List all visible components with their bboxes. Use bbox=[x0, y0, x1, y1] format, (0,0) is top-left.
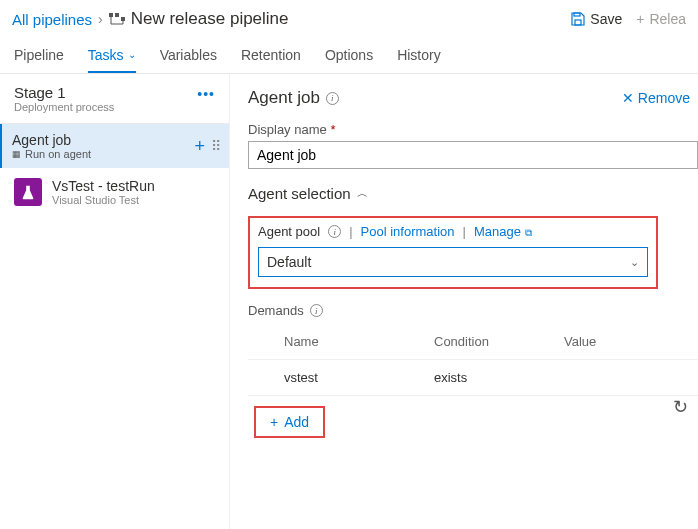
demands-table: Name Condition Value vstest exists bbox=[248, 324, 698, 396]
info-icon[interactable]: i bbox=[326, 92, 339, 105]
breadcrumb-separator: › bbox=[98, 11, 103, 27]
flask-icon bbox=[14, 178, 42, 206]
demands-table-header: Name Condition Value bbox=[248, 324, 698, 360]
agent-job-title: Agent job bbox=[12, 132, 91, 148]
svg-rect-2 bbox=[121, 17, 125, 21]
breadcrumb-root-link[interactable]: All pipelines bbox=[12, 11, 92, 28]
tab-bar: Pipeline Tasks ⌄ Variables Retention Opt… bbox=[0, 38, 698, 74]
task-title: VsTest - testRun bbox=[52, 178, 155, 194]
add-label: Add bbox=[284, 414, 309, 430]
top-bar: All pipelines › New release pipeline Sav… bbox=[0, 0, 698, 38]
chevron-down-icon: ⌄ bbox=[630, 256, 639, 269]
agent-job-subtitle: ▦ Run on agent bbox=[12, 148, 91, 160]
detail-pane: Agent job i ✕ Remove Display name * Agen… bbox=[230, 74, 698, 529]
col-condition: Condition bbox=[434, 334, 564, 349]
agent-selection-header[interactable]: Agent selection ︿ bbox=[248, 185, 698, 202]
breadcrumb: All pipelines › New release pipeline bbox=[12, 9, 571, 29]
cell-condition: exists bbox=[434, 370, 564, 385]
save-button[interactable]: Save bbox=[571, 11, 622, 27]
col-name: Name bbox=[284, 334, 434, 349]
save-label: Save bbox=[590, 11, 622, 27]
svg-rect-0 bbox=[109, 13, 113, 17]
cell-name: vstest bbox=[284, 370, 434, 385]
agent-pool-label: Agent pool bbox=[258, 224, 320, 239]
tab-retention[interactable]: Retention bbox=[241, 38, 301, 73]
plus-small-icon: + bbox=[636, 11, 644, 27]
close-icon: ✕ bbox=[622, 90, 634, 106]
col-value: Value bbox=[564, 334, 684, 349]
task-subtitle: Visual Studio Test bbox=[52, 194, 155, 206]
plus-icon: + bbox=[270, 414, 278, 430]
remove-label: Remove bbox=[638, 90, 690, 106]
stage-header: Stage 1 Deployment process ••• bbox=[0, 74, 229, 124]
left-pane: Stage 1 Deployment process ••• Agent job… bbox=[0, 74, 230, 529]
agent-pool-highlight: Agent pool i | Pool information | Manage… bbox=[248, 216, 658, 289]
chevron-up-icon: ︿ bbox=[357, 186, 368, 201]
stage-subtitle: Deployment process bbox=[14, 101, 114, 113]
tab-options[interactable]: Options bbox=[325, 38, 373, 73]
cell-value bbox=[564, 370, 684, 385]
save-icon bbox=[571, 12, 585, 26]
agent-job-row[interactable]: Agent job ▦ Run on agent + ⠿ bbox=[0, 124, 229, 168]
tab-history[interactable]: History bbox=[397, 38, 441, 73]
server-icon: ▦ bbox=[12, 149, 21, 159]
demands-table-row[interactable]: vstest exists bbox=[248, 360, 698, 396]
svg-rect-4 bbox=[574, 13, 580, 16]
info-icon[interactable]: i bbox=[310, 304, 323, 317]
release-label: Relea bbox=[649, 11, 686, 27]
detail-title-text: Agent job bbox=[248, 88, 320, 108]
add-demand-button[interactable]: + Add bbox=[254, 406, 325, 438]
agent-pool-value: Default bbox=[267, 254, 311, 270]
main-content: Stage 1 Deployment process ••• Agent job… bbox=[0, 74, 698, 529]
tab-tasks[interactable]: Tasks ⌄ bbox=[88, 38, 136, 73]
breadcrumb-title: New release pipeline bbox=[131, 9, 289, 29]
refresh-button[interactable]: ↻ bbox=[673, 396, 688, 418]
tab-tasks-label: Tasks bbox=[88, 47, 124, 63]
top-actions: Save + Relea bbox=[571, 11, 686, 27]
pool-information-link[interactable]: Pool information bbox=[361, 224, 455, 239]
tab-variables[interactable]: Variables bbox=[160, 38, 217, 73]
display-name-label: Display name * bbox=[248, 122, 698, 137]
agent-pool-row: Agent pool i | Pool information | Manage… bbox=[258, 224, 648, 239]
external-link-icon: ⧉ bbox=[525, 227, 532, 238]
pipeline-icon bbox=[109, 11, 125, 27]
add-task-button[interactable]: + bbox=[194, 136, 205, 157]
tab-pipeline[interactable]: Pipeline bbox=[14, 38, 64, 73]
display-name-input[interactable] bbox=[248, 141, 698, 169]
release-button[interactable]: + Relea bbox=[636, 11, 686, 27]
svg-rect-1 bbox=[115, 13, 119, 17]
chevron-down-icon: ⌄ bbox=[128, 49, 136, 60]
task-row-vstest[interactable]: VsTest - testRun Visual Studio Test bbox=[0, 168, 229, 216]
detail-header: Agent job i ✕ Remove bbox=[248, 88, 698, 108]
remove-button[interactable]: ✕ Remove bbox=[622, 90, 690, 106]
manage-link[interactable]: Manage ⧉ bbox=[474, 224, 532, 239]
info-icon[interactable]: i bbox=[328, 225, 341, 238]
svg-rect-3 bbox=[575, 20, 581, 25]
drag-handle-icon[interactable]: ⠿ bbox=[211, 144, 219, 148]
agent-pool-select[interactable]: Default ⌄ bbox=[258, 247, 648, 277]
more-actions-button[interactable]: ••• bbox=[197, 84, 215, 102]
demands-label: Demands i bbox=[248, 303, 698, 318]
stage-title: Stage 1 bbox=[14, 84, 114, 101]
